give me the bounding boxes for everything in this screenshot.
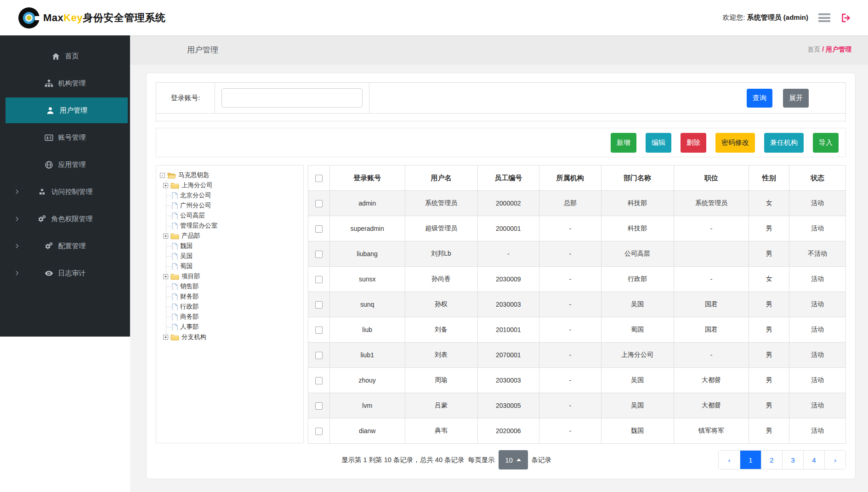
users-table-wrap: 登录账号 用户名 员工编号 所属机构 部门名称 职位 性别 状态 xyxy=(308,165,846,443)
hamburger-icon[interactable] xyxy=(818,13,830,22)
page-size-dropdown[interactable]: 10 xyxy=(499,450,528,469)
col-username: 用户名 xyxy=(405,166,477,191)
search-form: 登录账号: 查询 展开 xyxy=(156,82,846,114)
table-row[interactable]: superadmin超级管理员 2000001- 科技部- 男活动 xyxy=(308,216,846,241)
tree-node[interactable]: 蜀国 xyxy=(160,261,300,271)
breadcrumb-home-link[interactable]: 首页 xyxy=(807,46,820,53)
user-icon xyxy=(46,106,55,115)
expand-expander-icon[interactable]: + xyxy=(163,183,168,188)
eye-icon xyxy=(45,269,53,278)
row-checkbox[interactable] xyxy=(315,352,323,359)
sidebar-item-home[interactable]: 首页 xyxy=(0,43,130,69)
row-checkbox[interactable] xyxy=(315,428,323,435)
table-row[interactable]: lvm吕蒙 2030005- 吴国大都督 男活动 xyxy=(308,393,846,418)
row-checkbox[interactable] xyxy=(315,200,323,207)
pagination-page-2[interactable]: 2 xyxy=(761,451,782,469)
org-tree-panel: - 马克思钥匙 + 上海分公司 北京分公司 xyxy=(156,165,304,443)
file-icon xyxy=(172,243,178,250)
row-checkbox[interactable] xyxy=(315,326,323,334)
import-button[interactable]: 导入 xyxy=(813,133,839,153)
tree-node-root[interactable]: - 马克思钥匙 xyxy=(160,170,300,180)
sidebar-item-role-permissions[interactable]: 角色权限管理 xyxy=(0,206,130,232)
pagination-page-1[interactable]: 1 xyxy=(740,451,761,469)
expand-expander-icon[interactable]: + xyxy=(163,335,168,340)
file-icon xyxy=(172,283,178,290)
file-icon xyxy=(172,192,178,199)
tree-node[interactable]: 销售部 xyxy=(160,281,300,292)
col-login-account: 登录账号 xyxy=(329,166,405,191)
tree-node[interactable]: 财务部 xyxy=(160,292,300,302)
breadcrumb-current: 用户管理 xyxy=(826,46,851,53)
expand-expander-icon[interactable]: + xyxy=(163,274,168,279)
row-checkbox[interactable] xyxy=(315,377,323,384)
col-gender: 性别 xyxy=(749,166,789,191)
folder-icon xyxy=(170,182,179,189)
expand-button[interactable]: 展开 xyxy=(783,89,809,108)
chevron-right-icon xyxy=(14,243,20,249)
sidebar-item-access-control[interactable]: 访问控制管理 xyxy=(0,179,130,205)
tree-node[interactable]: + 上海分公司 xyxy=(160,180,300,190)
chevron-right-icon xyxy=(14,216,20,222)
expand-expander-icon[interactable]: + xyxy=(163,234,168,239)
table-row[interactable]: liub1刘表 2070001- 上海分公司- 男活动 xyxy=(308,343,846,368)
table-row[interactable]: liubang刘邦Lb -- 公司高层 男不活动 xyxy=(308,241,846,267)
sidebar-item-user-management[interactable]: 用户管理 xyxy=(6,97,128,123)
gears-icon xyxy=(38,215,46,223)
query-button[interactable]: 查询 xyxy=(747,89,772,108)
pagination-prev[interactable]: ‹ xyxy=(719,451,740,469)
tree-node[interactable]: + 项目部 xyxy=(160,271,300,281)
tree-node[interactable]: 公司高层 xyxy=(160,211,300,221)
tree-node[interactable]: 人事部 xyxy=(160,322,300,332)
breadcrumb: 首页 / 用户管理 xyxy=(807,46,851,54)
tree-node[interactable]: 广州分公司 xyxy=(160,200,300,211)
sidebar-item-app-management[interactable]: 应用管理 xyxy=(0,152,130,177)
sign-out-icon[interactable] xyxy=(840,12,851,23)
row-checkbox[interactable] xyxy=(315,225,323,233)
advanced-search-collapsed-strip xyxy=(156,114,846,121)
table-row[interactable]: dianw典韦 2020006- 魏国镇军将军 男活动 xyxy=(308,418,846,444)
page-header-bar: 用户管理 首页 / 用户管理 xyxy=(130,35,868,64)
tree-node[interactable]: + 分支机构 xyxy=(160,332,300,342)
file-icon xyxy=(172,314,178,320)
pagination-page-4[interactable]: 4 xyxy=(803,451,824,469)
edit-button[interactable]: 编辑 xyxy=(646,133,671,153)
tree-node[interactable]: + 产品部 xyxy=(160,231,300,241)
globe-icon xyxy=(45,160,53,169)
pagination-page-3[interactable]: 3 xyxy=(782,451,803,469)
delete-button[interactable]: 删除 xyxy=(681,133,706,153)
table-toolbar: 新增 编辑 删除 密码修改 兼任机构 导入 xyxy=(156,128,846,157)
tree-node[interactable]: 吴国 xyxy=(160,251,300,261)
table-row[interactable]: sunq孙权 2030003- 吴国国君 男活动 xyxy=(308,292,846,317)
row-checkbox[interactable] xyxy=(315,402,323,410)
sidebar-item-account-management[interactable]: 账号管理 xyxy=(0,125,130,150)
collapse-expander-icon[interactable]: - xyxy=(160,173,165,178)
concurrent-org-button[interactable]: 兼任机构 xyxy=(764,133,804,153)
tree-node[interactable]: 行政部 xyxy=(160,302,300,312)
app-logo: MaxKey身份安全管理系统 xyxy=(18,7,165,29)
table-row[interactable]: admin系统管理员 2000002总部 科技部系统管理员 女活动 xyxy=(308,191,846,216)
login-account-input[interactable] xyxy=(221,88,363,108)
table-row[interactable]: sunsx孙尚香 2030009- 行政部- 女活动 xyxy=(308,267,846,292)
tree-node[interactable]: 管理层办公室 xyxy=(160,221,300,231)
col-employee-id: 员工编号 xyxy=(477,166,539,191)
file-icon xyxy=(172,324,178,331)
row-checkbox[interactable] xyxy=(315,251,323,258)
table-row[interactable]: liub刘备 2010001- 蜀国国君 男活动 xyxy=(308,317,846,343)
table-row[interactable]: zhouy周瑜 2030003- 吴国大都督 男活动 xyxy=(308,368,846,393)
row-checkbox[interactable] xyxy=(315,301,323,309)
main-content: 用户管理 首页 / 用户管理 登录账号: 查询 展开 新增 编辑 删除 密码修改… xyxy=(130,35,868,492)
tree-node[interactable]: 北京分公司 xyxy=(160,190,300,200)
login-account-label: 登录账号: xyxy=(156,83,215,113)
add-button[interactable]: 新增 xyxy=(611,133,636,153)
select-all-checkbox[interactable] xyxy=(315,175,323,182)
tree-node[interactable]: 商务部 xyxy=(160,312,300,322)
sidebar-item-org-management[interactable]: 机构管理 xyxy=(0,70,130,96)
sidebar-item-config-management[interactable]: 配置管理 xyxy=(0,233,130,259)
change-password-button[interactable]: 密码修改 xyxy=(715,133,755,153)
row-checkbox[interactable] xyxy=(315,276,323,283)
pagination-next[interactable]: › xyxy=(824,451,845,469)
sidebar-item-audit-log[interactable]: 日志审计 xyxy=(0,260,130,286)
cubes-icon xyxy=(38,188,46,196)
tree-node[interactable]: 魏国 xyxy=(160,241,300,251)
records-info: 显示第 1 到第 10 条记录，总共 40 条记录 每页显示 10 条记录 xyxy=(341,450,551,469)
